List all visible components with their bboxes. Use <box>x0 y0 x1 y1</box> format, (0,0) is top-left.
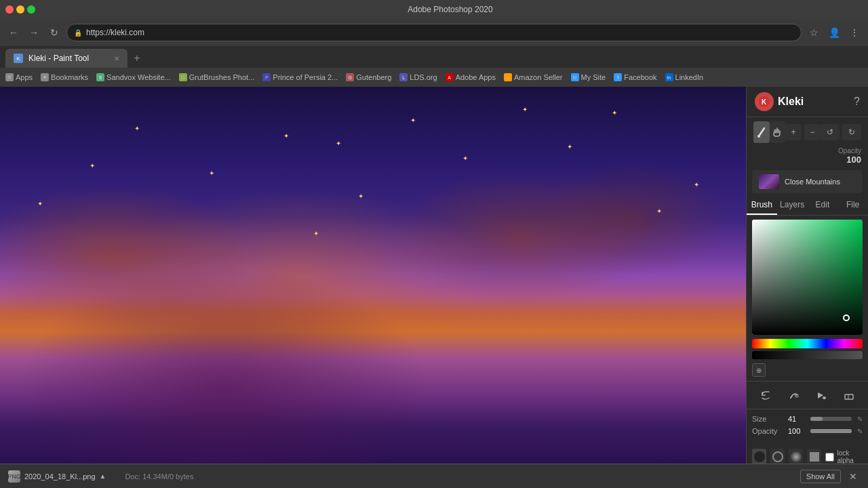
bookmark-bookmarks[interactable]: ★ Bookmarks <box>41 73 88 81</box>
bottom-tools <box>747 381 868 409</box>
opacity-tool-label: Opacity <box>752 427 783 435</box>
bookmark-mysite[interactable]: M My Site <box>571 73 606 81</box>
smudge-icon <box>787 389 800 401</box>
soft-preview <box>791 451 802 462</box>
tab-brush[interactable]: Brush <box>747 196 777 215</box>
brush-icon <box>756 127 767 138</box>
zoom-out-button[interactable]: − <box>804 124 821 140</box>
star-button[interactable]: ☆ <box>806 24 822 41</box>
circle-outline-preview <box>772 451 783 462</box>
bookmark-sandvox[interactable]: S Sandvox Website... <box>96 73 171 81</box>
adobe-icon: A <box>446 73 454 81</box>
tab-close-icon[interactable]: ✕ <box>114 55 119 62</box>
eraser-tool-button[interactable] <box>838 384 860 406</box>
tab-favicon: K <box>14 54 23 63</box>
swatch-eyedropper[interactable]: ⊕ <box>752 363 766 377</box>
star-14: ✦ <box>336 140 341 147</box>
bookmark-lds[interactable]: L LDS.org <box>399 73 437 81</box>
bookmark-amazon[interactable]: a Amazon Seller <box>504 73 563 81</box>
new-tab-button[interactable]: + <box>127 49 146 68</box>
lds-icon: L <box>399 73 408 81</box>
opacity-slider[interactable] <box>810 429 852 433</box>
brush-shape-circle-filled[interactable] <box>752 449 766 464</box>
mysite-icon: M <box>571 73 579 81</box>
close-download-icon[interactable]: ✕ <box>846 471 860 482</box>
size-slider-fill <box>810 417 823 421</box>
color-picker-area[interactable]: ⊕ <box>747 216 868 381</box>
redo-button[interactable]: ↻ <box>842 124 861 140</box>
smudge-tool-button[interactable] <box>783 384 804 406</box>
opacity-edit-icon[interactable]: ✎ <box>857 428 863 435</box>
browser-tabs: K Kleki - Paint Tool ✕ + <box>0 46 868 68</box>
fill-tool-button[interactable] <box>810 384 832 406</box>
bookmark-gutenberg[interactable]: G Gutenberg <box>346 73 391 81</box>
undo-button[interactable]: ↺ <box>821 124 840 140</box>
toolbar-row: + − ↺ ↻ <box>747 117 868 147</box>
brush-shapes-row: lock alpha <box>747 445 868 464</box>
brush-tool-button[interactable] <box>753 121 770 143</box>
bookmark-linkedin-label: LinkedIn <box>675 73 704 81</box>
size-label: Size <box>752 415 783 423</box>
bookmark-lds-label: LDS.org <box>410 73 437 81</box>
bookmark-facebook-label: Facebook <box>624 73 656 81</box>
canvas-area[interactable]: ✦ ✦ ✦ ✦ ✦ ✦ ✦ ✦ ✦ ✦ ✦ ✦ ✦ ✦ ✦ <box>0 87 746 464</box>
expand-arrow-icon[interactable]: ▲ <box>100 472 106 480</box>
titlebar-spacer: Adobe Photoshop 2020 <box>38 5 863 14</box>
zoom-controls: + − <box>785 124 821 140</box>
star-3: ✦ <box>522 106 528 113</box>
lock-alpha-label: lock alpha <box>837 449 863 464</box>
star-11: ✦ <box>694 181 699 188</box>
size-edit-icon[interactable]: ✎ <box>857 415 863 423</box>
active-tab[interactable]: K Kleki - Paint Tool ✕ <box>5 49 127 68</box>
black-strip[interactable] <box>752 351 863 359</box>
bookmark-facebook[interactable]: f Facebook <box>614 73 656 81</box>
brush-shape-soft[interactable] <box>789 449 803 464</box>
bookmark-adobe[interactable]: A Adobe Apps <box>446 73 496 81</box>
show-all-button[interactable]: Show All <box>800 470 841 483</box>
forward-button[interactable]: → <box>26 24 42 41</box>
star-7: ✦ <box>209 169 214 177</box>
sandvox-icon: S <box>96 73 104 81</box>
opacity-label: Opacity <box>753 147 861 155</box>
pan-tool-button[interactable] <box>770 121 786 143</box>
layer-thumbnail <box>759 174 779 189</box>
facebook-icon: f <box>614 73 622 81</box>
panel-header: K Kleki ? <box>747 87 868 117</box>
undo-tool-button[interactable] <box>755 384 776 406</box>
hand-icon <box>772 127 783 138</box>
tab-file[interactable]: File <box>837 196 868 215</box>
svg-rect-16 <box>845 394 853 399</box>
brush-shape-square[interactable] <box>807 449 821 464</box>
bookmark-grutbrushes[interactable]: G GrutBrushes Phot... <box>179 73 255 81</box>
zoom-in-button[interactable]: + <box>785 124 802 140</box>
lock-alpha-checkbox[interactable] <box>825 453 834 462</box>
hue-strip[interactable] <box>752 339 863 348</box>
doc-info: Doc: 14.34M/0 bytes <box>125 472 194 481</box>
tool-options: Size 41 ✎ Opacity 100 ✎ <box>747 409 868 445</box>
bookmark-sandvox-label: Sandvox Website... <box>106 73 171 81</box>
address-bar[interactable]: 🔒 https://kleki.com <box>66 24 802 41</box>
bookmark-prince[interactable]: P Prince of Persia 2... <box>262 73 338 81</box>
bookmarks-icon: ★ <box>41 73 49 81</box>
svg-point-15 <box>795 394 799 398</box>
brush-shape-circle-outline[interactable] <box>770 449 785 464</box>
layer-preview[interactable]: Close Mountains <box>752 170 863 193</box>
stars-layer: ✦ ✦ ✦ ✦ ✦ ✦ ✦ ✦ ✦ ✦ ✦ ✦ ✦ ✦ ✦ <box>0 87 746 464</box>
help-icon-button[interactable]: ? <box>854 96 860 108</box>
refresh-button[interactable]: ↻ <box>46 24 62 41</box>
maximize-button[interactable] <box>27 5 35 14</box>
minimize-button[interactable] <box>16 5 24 14</box>
tab-edit[interactable]: Edit <box>808 196 838 215</box>
close-button[interactable] <box>5 5 14 14</box>
back-button[interactable]: ← <box>5 24 22 41</box>
account-button[interactable]: 👤 <box>826 24 842 41</box>
size-slider[interactable] <box>810 417 852 421</box>
color-gradient[interactable] <box>752 220 863 335</box>
color-swatches: ⊕ <box>752 363 863 377</box>
bookmark-linkedin[interactable]: in LinkedIn <box>665 73 704 81</box>
menu-button[interactable]: ⋮ <box>846 24 863 41</box>
lock-alpha-control: lock alpha <box>825 449 863 464</box>
star-15: ✦ <box>37 200 43 207</box>
tab-layers[interactable]: Layers <box>777 196 808 215</box>
bookmark-apps[interactable]: ⊞ Apps <box>5 73 33 81</box>
